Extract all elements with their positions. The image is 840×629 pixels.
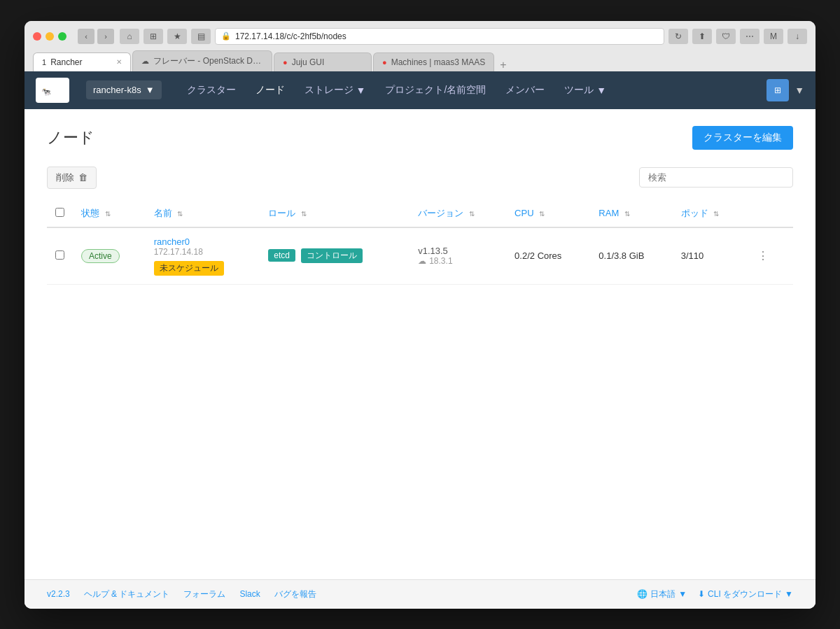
role-column-header[interactable]: ロール ⇅ (260, 200, 410, 227)
cluster-selector[interactable]: rancher-k8s ▼ (86, 80, 162, 99)
share-button[interactable]: ⬆ (692, 29, 712, 44)
footer-right: 🌐 日本語 ▼ ⬇ CLI をダウンロード ▼ (637, 588, 793, 600)
role-sort-icon: ⇅ (301, 210, 307, 218)
name-sort-icon: ⇅ (177, 210, 183, 218)
edit-cluster-button[interactable]: クラスターを編集 (692, 126, 793, 150)
cloud-icon: ☁ (418, 256, 426, 266)
select-all-checkbox[interactable] (55, 208, 64, 217)
cpu-cell: 0.2/2 Cores (506, 227, 590, 285)
storage-dropdown-icon: ▼ (356, 85, 366, 96)
table-body: Active rancher0 172.17.14.18 未スケジュール (47, 227, 793, 285)
ram-column-header[interactable]: RAM ⇅ (590, 200, 672, 227)
tab-juju[interactable]: ● Juju GUI (274, 52, 372, 71)
row-checkbox[interactable] (55, 250, 64, 260)
cluster-name: rancher-k8s (93, 85, 141, 95)
tab-openstack-label: フレーバー - OpenStack Dashboard (153, 55, 263, 67)
cli-label: CLI をダウンロード (708, 588, 782, 600)
browser-window: ‹ › ⌂ ⊞ ★ ▤ 🔒 172.17.14.18/c/c-2hf5b/nod… (24, 21, 816, 609)
footer-forum[interactable]: フォーラム (183, 588, 225, 600)
cpu-column-header[interactable]: CPU ⇅ (506, 200, 590, 227)
role-control-badge: コントロール (301, 248, 363, 263)
profile-button[interactable]: M (764, 29, 783, 44)
traffic-lights (33, 32, 66, 41)
tab-rancher-close[interactable]: ✕ (116, 58, 122, 66)
cli-dropdown-icon: ▼ (785, 589, 793, 599)
sidebar-button[interactable]: ▤ (191, 29, 211, 44)
nav-item-node[interactable]: ノード (247, 78, 293, 102)
status-column-header[interactable]: 状態 ⇅ (73, 200, 146, 227)
status-badge: Active (81, 249, 120, 263)
ram-cell: 0.1/3.8 GiB (590, 227, 672, 285)
browser-controls: ‹ › ⌂ ⊞ ★ ▤ 🔒 172.17.14.18/c/c-2hf5b/nod… (33, 28, 807, 45)
browser-tabs: 1 Rancher ✕ ☁ フレーバー - OpenStack Dashboar… (33, 50, 807, 71)
name-column-header[interactable]: 名前 ⇅ (146, 200, 260, 227)
delete-button[interactable]: 削除 🗑 (47, 167, 97, 189)
rancher-logo: 🐄 (36, 78, 69, 103)
globe-icon: 🌐 (637, 589, 648, 599)
nav-item-tools[interactable]: ツール ▼ (556, 78, 615, 102)
browser-nav-buttons: ‹ › (78, 29, 114, 44)
new-tab-button[interactable]: + (496, 59, 510, 71)
select-all-header[interactable] (47, 200, 73, 227)
address-bar[interactable]: 🔒 172.17.14.18/c/c-2hf5b/nodes (215, 28, 664, 45)
url-text: 172.17.14.18/c/c-2hf5b/nodes (235, 31, 346, 41)
nav-item-member[interactable]: メンバー (497, 78, 553, 102)
footer: v2.2.3 ヘルプ & ドキュメント フォーラム Slack バグを報告 🌐 … (24, 579, 816, 609)
page-header: ノード クラスターを編集 (47, 126, 793, 150)
footer-help[interactable]: ヘルプ & ドキュメント (84, 588, 170, 600)
avatar-icon: ⊞ (774, 85, 781, 95)
language-label: 日本語 (650, 588, 676, 600)
actions-column-header (745, 200, 793, 227)
pod-sort-icon: ⇅ (713, 210, 719, 218)
tab-rancher[interactable]: 1 Rancher ✕ (33, 52, 131, 71)
footer-slack[interactable]: Slack (239, 589, 260, 599)
search-input[interactable] (639, 167, 793, 188)
refresh-button[interactable]: ↻ (668, 29, 688, 44)
download-button[interactable]: ↓ (788, 29, 807, 44)
maximize-button[interactable] (58, 32, 66, 41)
tab-juju-label: Juju GUI (292, 57, 363, 67)
nav-menu: クラスター ノード ストレージ ▼ プロジェクト/名前空間 メンバー ツール ▼ (178, 78, 756, 102)
version-column-header[interactable]: バージョン ⇅ (410, 200, 506, 227)
ram-sort-icon: ⇅ (624, 210, 630, 218)
footer-version: v2.2.3 (47, 589, 70, 599)
rancher-favicon: 1 (42, 58, 46, 66)
nav-item-cluster[interactable]: クラスター (178, 78, 244, 102)
browser-chrome: ‹ › ⌂ ⊞ ★ ▤ 🔒 172.17.14.18/c/c-2hf5b/nod… (24, 21, 816, 71)
table-controls: 削除 🗑 (47, 167, 793, 189)
tab-view-button[interactable]: ⊞ (144, 29, 163, 44)
trash-icon: 🗑 (78, 172, 88, 183)
nav-item-project[interactable]: プロジェクト/名前空間 (377, 78, 494, 102)
status-sort-icon: ⇅ (105, 210, 111, 218)
svg-text:🐄: 🐄 (41, 87, 51, 97)
close-button[interactable] (33, 32, 41, 41)
bookmark-button[interactable]: ★ (167, 29, 187, 44)
minimize-button[interactable] (46, 32, 54, 41)
tab-maas[interactable]: ● Machines | maas3 MAAS (373, 52, 494, 71)
home-button[interactable]: ⌂ (120, 29, 139, 44)
tab-rancher-label: Rancher (50, 57, 112, 67)
shield-button[interactable]: 🛡 (716, 29, 736, 44)
tools-dropdown-icon: ▼ (596, 85, 606, 96)
forward-button[interactable]: › (97, 29, 114, 44)
cluster-dropdown-icon: ▼ (146, 85, 155, 95)
language-selector[interactable]: 🌐 日本語 ▼ (637, 588, 687, 600)
row-checkbox-cell (47, 227, 73, 285)
table-header: 状態 ⇅ 名前 ⇅ ロール ⇅ バージョン ⇅ (47, 200, 793, 227)
nav-item-storage[interactable]: ストレージ ▼ (296, 78, 374, 102)
nav-dropdown-icon: ▼ (794, 85, 804, 96)
footer-bug[interactable]: バグを報告 (274, 588, 316, 600)
openstack-favicon: ☁ (141, 57, 149, 66)
page-content: ノード クラスターを編集 削除 🗑 状態 (24, 109, 816, 579)
pod-column-header[interactable]: ポッド ⇅ (673, 200, 746, 227)
node-name-link[interactable]: rancher0 (154, 236, 251, 247)
cli-download[interactable]: ⬇ CLI をダウンロード ▼ (698, 588, 793, 600)
tab-openstack[interactable]: ☁ フレーバー - OpenStack Dashboard (132, 50, 272, 71)
user-avatar[interactable]: ⊞ (766, 79, 789, 101)
version-sub-text: ☁ 18.3.1 (418, 256, 498, 266)
row-actions-button[interactable]: ⋮ (753, 248, 773, 264)
extensions-button[interactable]: ⋯ (740, 29, 760, 44)
back-button[interactable]: ‹ (78, 29, 94, 44)
address-bar-container: ⌂ ⊞ ★ ▤ 🔒 172.17.14.18/c/c-2hf5b/nodes ↻… (120, 28, 807, 45)
cpu-sort-icon: ⇅ (539, 210, 545, 218)
